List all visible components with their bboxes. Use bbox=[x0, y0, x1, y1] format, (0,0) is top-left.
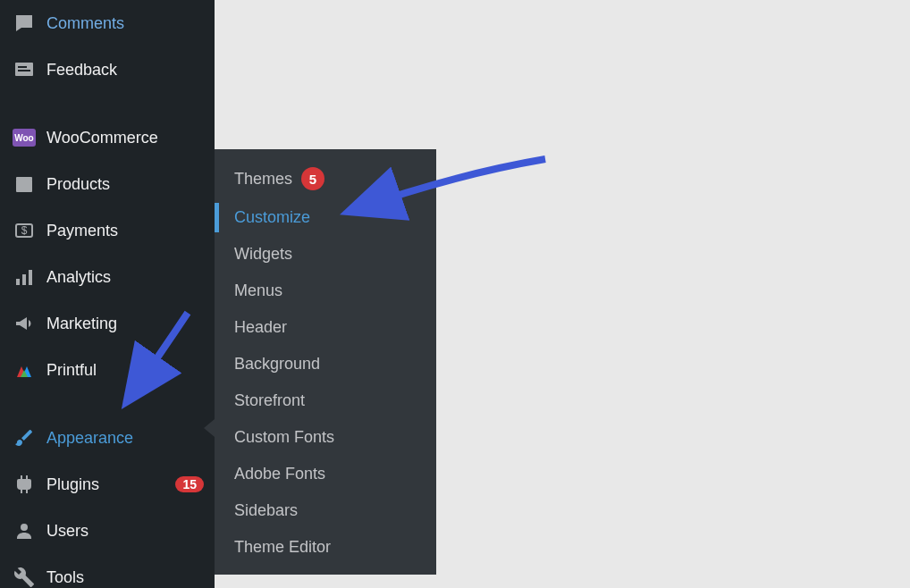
submenu-item-storefront[interactable]: Storefront bbox=[215, 382, 436, 419]
submenu-item-label: Adobe Fonts bbox=[234, 465, 325, 483]
sidebar-item-woocommerce[interactable]: Woo WooCommerce bbox=[0, 114, 215, 161]
themes-badge: 5 bbox=[301, 167, 324, 190]
submenu-item-menus[interactable]: Menus bbox=[215, 273, 436, 309]
appearance-icon bbox=[13, 426, 36, 449]
plugins-badge: 15 bbox=[175, 476, 204, 492]
submenu-item-background[interactable]: Background bbox=[215, 346, 436, 382]
submenu-item-header[interactable]: Header bbox=[215, 309, 436, 346]
submenu-item-label: Sidebars bbox=[234, 501, 298, 520]
sidebar-item-appearance[interactable]: Appearance bbox=[0, 415, 215, 461]
sidebar-item-plugins[interactable]: Plugins 15 bbox=[0, 461, 215, 508]
svg-point-10 bbox=[21, 524, 28, 531]
submenu-item-themes[interactable]: Themes 5 bbox=[215, 158, 436, 199]
woocommerce-icon: Woo bbox=[13, 126, 36, 149]
svg-rect-1 bbox=[18, 66, 27, 68]
submenu-item-label: Storefront bbox=[234, 391, 305, 410]
sidebar-item-payments[interactable]: $ Payments bbox=[0, 207, 215, 254]
sidebar-item-products[interactable]: Products bbox=[0, 161, 215, 207]
svg-rect-9 bbox=[29, 270, 32, 285]
users-icon bbox=[13, 519, 36, 542]
submenu-item-label: Menus bbox=[234, 281, 282, 300]
submenu-item-label: Themes bbox=[234, 170, 292, 189]
sidebar-item-label: Tools bbox=[46, 568, 204, 587]
analytics-icon bbox=[13, 265, 36, 289]
submenu-item-theme-editor[interactable]: Theme Editor bbox=[215, 529, 436, 566]
submenu-item-widgets[interactable]: Widgets bbox=[215, 236, 436, 273]
sidebar-item-label: Analytics bbox=[46, 268, 204, 287]
sidebar-item-analytics[interactable]: Analytics bbox=[0, 254, 215, 300]
printful-icon bbox=[13, 358, 36, 382]
sidebar-item-label: Payments bbox=[46, 222, 204, 240]
svg-text:$: $ bbox=[21, 224, 28, 237]
sidebar-item-label: Feedback bbox=[46, 61, 204, 80]
sidebar-item-users[interactable]: Users bbox=[0, 508, 215, 554]
submenu-item-customize[interactable]: Customize bbox=[215, 199, 436, 236]
svg-rect-0 bbox=[15, 63, 33, 76]
sidebar-item-printful[interactable]: Printful bbox=[0, 347, 215, 393]
sidebar-item-label: Products bbox=[46, 175, 204, 194]
tools-icon bbox=[13, 566, 36, 588]
sidebar-item-label: Appearance bbox=[46, 429, 204, 448]
svg-rect-2 bbox=[18, 70, 30, 71]
submenu-item-sidebars[interactable]: Sidebars bbox=[215, 492, 436, 529]
svg-rect-7 bbox=[16, 279, 20, 285]
svg-rect-8 bbox=[22, 274, 26, 285]
sidebar-item-feedback[interactable]: Feedback bbox=[0, 46, 215, 93]
sidebar-item-label: Printful bbox=[46, 361, 204, 380]
sidebar-item-tools[interactable]: Tools bbox=[0, 554, 215, 588]
submenu-item-adobe-fonts[interactable]: Adobe Fonts bbox=[215, 456, 436, 492]
sidebar-item-label: WooCommerce bbox=[46, 129, 204, 147]
sidebar-item-marketing[interactable]: Marketing bbox=[0, 300, 215, 347]
svg-rect-3 bbox=[16, 180, 32, 192]
admin-sidebar: Comments Feedback Woo WooCommerce Produc… bbox=[0, 0, 215, 588]
payments-icon: $ bbox=[13, 219, 36, 242]
submenu-item-label: Background bbox=[234, 355, 320, 374]
submenu-item-label: Theme Editor bbox=[234, 538, 331, 557]
sidebar-item-label: Plugins bbox=[46, 475, 170, 494]
svg-rect-4 bbox=[16, 177, 32, 181]
plugins-icon bbox=[13, 473, 36, 496]
sidebar-item-comments[interactable]: Comments bbox=[0, 0, 215, 46]
submenu-item-custom-fonts[interactable]: Custom Fonts bbox=[215, 419, 436, 456]
comment-icon bbox=[13, 12, 36, 35]
sidebar-item-label: Comments bbox=[46, 14, 204, 33]
appearance-submenu: Themes 5 Customize Widgets Menus Header … bbox=[215, 149, 436, 575]
submenu-item-label: Header bbox=[234, 318, 287, 337]
submenu-item-label: Custom Fonts bbox=[234, 428, 334, 447]
products-icon bbox=[13, 172, 36, 196]
marketing-icon bbox=[13, 312, 36, 335]
submenu-item-label: Widgets bbox=[234, 245, 292, 264]
submenu-item-label: Customize bbox=[234, 208, 310, 227]
sidebar-item-label: Users bbox=[46, 522, 204, 541]
sidebar-item-label: Marketing bbox=[46, 315, 204, 333]
feedback-icon bbox=[13, 58, 36, 81]
